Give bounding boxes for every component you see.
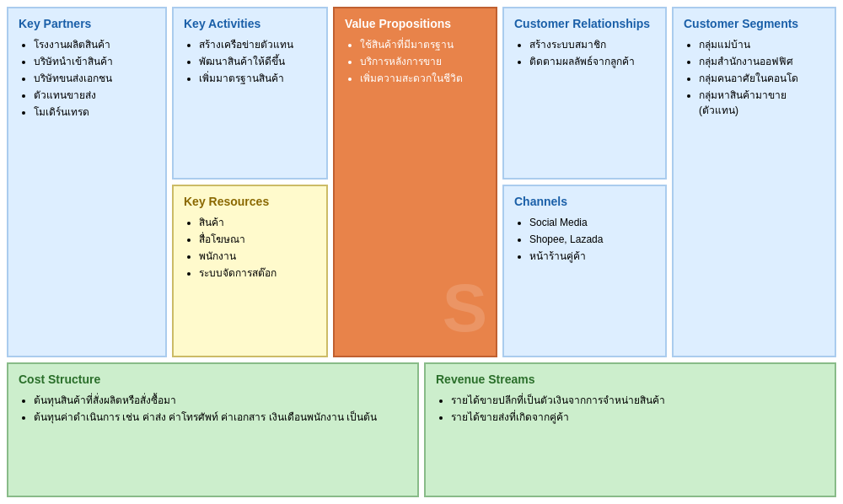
value-propositions-title: Value Propositions [345,17,486,30]
key-activities-cell: Key Activities สร้างเครือข่ายตัวแทน พัฒน… [172,7,328,180]
list-item: บริการหลังการขาย [360,54,486,69]
revenue-streams-list: รายได้ขายปลีกที่เป็นตัวเงินจากการจำหน่าย… [436,393,824,425]
list-item: โรงงานผลิตสินค้า [34,37,155,52]
customer-relationships-cell: Customer Relationships สร้างระบบสมาชิก ต… [502,7,667,180]
list-item: กลุ่มแม่บ้าน [699,37,824,52]
list-item: สร้างเครือข่ายตัวแทน [199,37,316,52]
value-propositions-cell: Value Propositions ใช้สินค้าที่มีมาตรฐาน… [333,7,497,357]
key-resources-list: สินค้า สื่อโฆษณา พนักงาน ระบบจัดการสต๊อก [184,215,316,281]
list-item: กลุ่มคนอาศัยในคอนโด [699,71,824,86]
canvas: Key Partners โรงงานผลิตสินค้า บริษัทนำเข… [0,0,843,504]
customer-relationships-list: สร้างระบบสมาชิก ติดตามผลลัพธ์จากลูกค้า [514,37,655,69]
value-propositions-list: ใช้สินค้าที่มีมาตรฐาน บริการหลังการขาย เ… [345,37,486,86]
key-partners-cell: Key Partners โรงงานผลิตสินค้า บริษัทนำเข… [7,7,167,357]
list-item: เพิ่มความสะดวกในชีวิต [360,71,486,86]
customer-segments-list: กลุ่มแม่บ้าน กลุ่มสำนักงานออฟฟิศ กลุ่มคน… [684,37,824,118]
list-item: พนักงาน [199,249,316,264]
top-row: Key Partners โรงงานผลิตสินค้า บริษัทนำเข… [7,7,836,357]
key-partners-list: โรงงานผลิตสินค้า บริษัทนำเข้าสินค้า บริษ… [19,37,155,120]
list-item: ใช้สินค้าที่มีมาตรฐาน [360,37,486,52]
list-item: สื่อโฆษณา [199,232,316,247]
customer-relationships-title: Customer Relationships [514,17,655,30]
channels-cell: Channels Social Media Shopee, Lazada หน้… [502,185,667,357]
list-item: Social Media [529,215,655,230]
list-item: โมเดิร์นเทรด [34,105,155,120]
list-item: หน้าร้านคู่ค้า [529,249,655,264]
list-item: ต้นทุนค่าดำเนินการ เช่น ค่าส่ง ค่าโทรศัพ… [34,410,407,425]
key-activities-column: Key Activities สร้างเครือข่ายตัวแทน พัฒน… [172,7,328,357]
list-item: รายได้ขายปลีกที่เป็นตัวเงินจากการจำหน่าย… [451,393,824,408]
key-activities-list: สร้างเครือข่ายตัวแทน พัฒนาสินค้าให้ดีขึ้… [184,37,316,86]
customer-segments-cell: Customer Segments กลุ่มแม่บ้าน กลุ่มสำนั… [672,7,836,357]
list-item: บริษัทขนส่งเอกชน [34,71,155,86]
revenue-streams-cell: Revenue Streams รายได้ขายปลีกที่เป็นตัวเ… [424,362,836,497]
list-item: รายได้ขายส่งที่เกิดจากคู่ค้า [451,410,824,425]
list-item: ติดตามผลลัพธ์จากลูกค้า [529,54,655,69]
revenue-streams-title: Revenue Streams [436,373,824,386]
list-item: ตัวแทนขายส่ง [34,88,155,103]
list-item: Shopee, Lazada [529,232,655,247]
list-item: เพิ่มมาตรฐานสินค้า [199,71,316,86]
list-item: ระบบจัดการสต๊อก [199,265,316,281]
key-partners-title: Key Partners [19,17,155,30]
list-item: สินค้า [199,215,316,230]
bottom-row: Cost Structure ต้นทุนสินค้าที่สั่งผลิตหร… [7,362,836,497]
cost-structure-list: ต้นทุนสินค้าที่สั่งผลิตหรือสั่งซื้อมา ต้… [19,393,407,425]
customer-segments-title: Customer Segments [684,17,824,30]
key-resources-cell: Key Resources สินค้า สื่อโฆษณา พนักงาน ร… [172,185,328,357]
channels-title: Channels [514,195,655,208]
key-activities-title: Key Activities [184,17,316,30]
cost-structure-title: Cost Structure [19,373,407,386]
cr-channels-column: Customer Relationships สร้างระบบสมาชิก ต… [502,7,667,357]
list-item: ต้นทุนสินค้าที่สั่งผลิตหรือสั่งซื้อมา [34,393,407,408]
list-item: พัฒนาสินค้าให้ดีขึ้น [199,54,316,69]
list-item: กลุ่มสำนักงานออฟฟิศ [699,54,824,69]
cost-structure-cell: Cost Structure ต้นทุนสินค้าที่สั่งผลิตหร… [7,362,419,497]
list-item: กลุ่มหาสินค้ามาขาย (ตัวแทน) [699,88,824,118]
list-item: บริษัทนำเข้าสินค้า [34,54,155,69]
channels-list: Social Media Shopee, Lazada หน้าร้านคู่ค… [514,215,655,264]
list-item: สร้างระบบสมาชิก [529,37,655,52]
key-resources-title: Key Resources [184,195,316,208]
watermark: S [443,270,487,347]
